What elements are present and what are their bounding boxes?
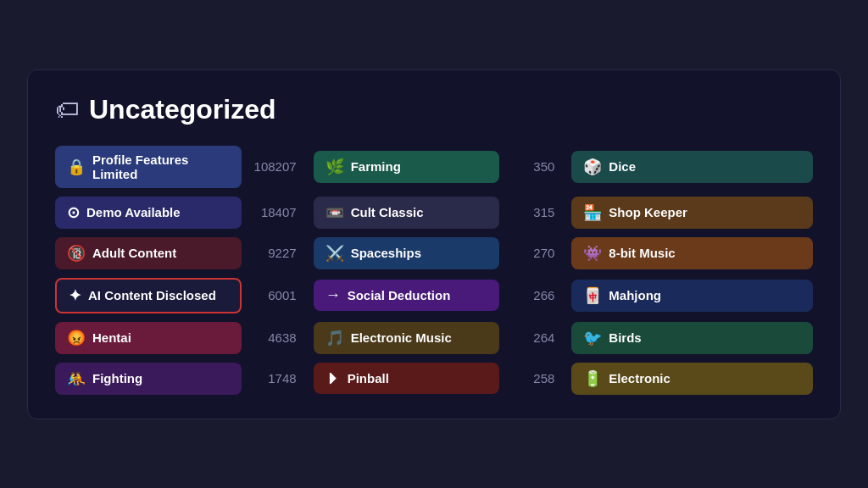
tag-badge[interactable]: →Social Deduction: [314, 280, 500, 311]
tag-count: 6001: [250, 288, 297, 302]
tag-label: Social Deduction: [348, 288, 451, 302]
tag-count: 4638: [250, 330, 297, 345]
tag-cell[interactable]: 🏪Shop Keeper: [571, 197, 813, 229]
main-container: 🏷 Uncategorized 🔒Profile Features Limite…: [27, 69, 841, 419]
tag-cell[interactable]: 🔞Adult Content9227: [55, 237, 297, 269]
tag-icon: 🎲: [583, 158, 602, 176]
tag-icon: ✦: [69, 286, 81, 305]
tag-label: AI Content Disclosed: [88, 288, 216, 302]
tag-cell[interactable]: 🔒Profile Features Limited108207: [55, 146, 297, 188]
tag-cell[interactable]: 👾8-bit Music: [571, 237, 813, 269]
tag-icon: 🔋: [583, 369, 602, 388]
tag-icon: ⏵: [326, 369, 341, 387]
tag-icon: 😡: [67, 329, 86, 347]
tag-label: Electronic Music: [351, 330, 452, 345]
tag-badge[interactable]: 🐦Birds: [571, 322, 813, 354]
tag-badge[interactable]: 🏪Shop Keeper: [571, 197, 813, 229]
tag-badge[interactable]: 🔒Profile Features Limited: [55, 146, 242, 188]
tag-icon: 🏪: [583, 203, 602, 222]
tag-icon: 📼: [326, 203, 344, 222]
tag-count: 266: [508, 288, 554, 302]
tag-count: 270: [508, 246, 554, 260]
tag-icon: 🐦: [583, 329, 602, 347]
tag-count: 1748: [250, 371, 297, 385]
tag-label: Demo Available: [86, 205, 181, 219]
tag-label: Shop Keeper: [609, 205, 687, 219]
tag-label: Spaceships: [351, 246, 421, 260]
tag-icon: ⚔️: [326, 244, 344, 263]
tag-badge[interactable]: ⊙Demo Available: [55, 197, 242, 229]
tag-badge[interactable]: 🌿Farming: [314, 151, 500, 183]
tags-grid: 🔒Profile Features Limited108207🌿Farming3…: [55, 146, 813, 395]
section-title: Uncategorized: [89, 94, 275, 125]
tag-badge[interactable]: 😡Hentai: [55, 322, 242, 354]
tag-icon: 🔞: [67, 244, 86, 263]
tag-label: Birds: [609, 330, 641, 345]
tag-count: 108207: [250, 159, 297, 174]
tag-badge[interactable]: 🀄Mahjong: [571, 280, 813, 312]
section-title-row: 🏷 Uncategorized: [55, 94, 813, 125]
tag-badge[interactable]: ⏵Pinball: [314, 363, 500, 394]
tag-count: 258: [508, 371, 554, 385]
tag-badge[interactable]: 🔋Electronic: [571, 363, 813, 395]
tag-badge[interactable]: 🔞Adult Content: [55, 237, 242, 269]
tag-icon: →: [326, 286, 341, 304]
tag-label: 8-bit Music: [609, 246, 675, 260]
tag-cell[interactable]: ⚔️Spaceships270: [314, 237, 555, 269]
tag-count: 9227: [250, 246, 297, 260]
tag-label: Electronic: [609, 371, 670, 385]
tag-cell[interactable]: →Social Deduction266: [314, 278, 555, 313]
tag-icon: ⊙: [67, 203, 80, 222]
tag-label: Fighting: [92, 371, 142, 385]
tag-icon: 🌿: [326, 158, 344, 176]
tag-badge[interactable]: 🤼Fighting: [55, 363, 242, 395]
tag-cell[interactable]: 🔋Electronic: [571, 363, 813, 395]
tag-cell[interactable]: 🎵Electronic Music264: [314, 322, 555, 354]
tag-label: Mahjong: [609, 288, 661, 302]
tag-badge[interactable]: 📼Cult Classic: [314, 197, 500, 229]
tag-label: Adult Content: [92, 246, 176, 260]
tag-icon: 🎵: [326, 329, 344, 347]
tag-label: Pinball: [348, 371, 389, 385]
tag-label: Farming: [351, 159, 401, 174]
tag-cell[interactable]: ⊙Demo Available18407: [55, 197, 297, 229]
tag-icon: 🀄: [583, 286, 602, 305]
tag-count: 315: [508, 205, 554, 219]
tag-cell[interactable]: 🌿Farming350: [314, 146, 555, 188]
tag-label: Dice: [609, 159, 636, 174]
tag-label: Profile Features Limited: [92, 152, 230, 181]
tag-cell[interactable]: 🀄Mahjong: [571, 278, 813, 313]
tag-cell[interactable]: 🤼Fighting1748: [55, 363, 297, 395]
tag-label: Cult Classic: [351, 205, 424, 219]
tag-cell[interactable]: 😡Hentai4638: [55, 322, 297, 354]
tag-badge[interactable]: 👾8-bit Music: [571, 237, 813, 269]
tag-cell[interactable]: 📼Cult Classic315: [314, 197, 555, 229]
tag-count: 18407: [250, 205, 297, 219]
tag-badge[interactable]: 🎵Electronic Music: [314, 322, 500, 354]
section-icon: 🏷: [55, 96, 79, 124]
tag-cell[interactable]: 🐦Birds: [571, 322, 813, 354]
tag-cell[interactable]: ⏵Pinball258: [314, 363, 555, 395]
tag-icon: 🔒: [67, 158, 86, 176]
tag-badge[interactable]: ⚔️Spaceships: [314, 237, 500, 269]
tag-badge[interactable]: ✦AI Content Disclosed: [55, 278, 242, 313]
tag-cell[interactable]: 🎲Dice: [571, 146, 813, 188]
tag-count: 350: [508, 159, 554, 174]
tag-label: Hentai: [92, 330, 131, 345]
tag-icon: 🤼: [67, 369, 86, 388]
tag-badge[interactable]: 🎲Dice: [571, 151, 813, 183]
tag-cell[interactable]: ✦AI Content Disclosed6001: [55, 278, 297, 313]
tag-count: 264: [508, 330, 554, 345]
tag-icon: 👾: [583, 244, 602, 263]
